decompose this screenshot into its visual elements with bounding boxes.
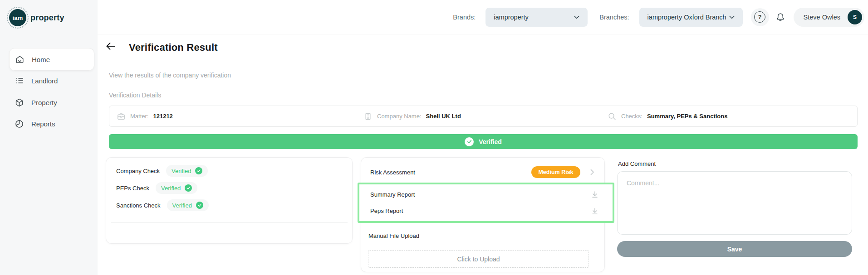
branches-label: Branches: <box>599 14 629 21</box>
manual-file-upload-label: Manual File Upload <box>368 232 419 239</box>
sidebar: iam property Home Landlord Property Repo… <box>0 0 98 275</box>
briefcase-icon <box>117 112 126 121</box>
status-text: Verified <box>161 185 181 192</box>
chevron-down-icon <box>729 15 735 19</box>
reports-card: Risk Assessment Medium Risk Summary Repo… <box>361 157 605 272</box>
status-badge: Verified <box>156 182 197 194</box>
pie-chart-icon <box>15 119 24 129</box>
save-button[interactable]: Save <box>617 241 852 257</box>
checks-value: Summary, PEPs & Sanctions <box>647 113 728 120</box>
user-menu[interactable]: Steve Owles S <box>794 8 864 27</box>
logo-circle-icon: iam <box>9 9 26 26</box>
peps-check-row: PEPs Check Verified <box>116 182 352 194</box>
brands-label: Brands: <box>453 14 476 21</box>
notifications-button[interactable] <box>775 12 785 22</box>
click-to-upload-button[interactable]: Click to Upload <box>368 250 589 268</box>
sidebar-item-label: Property <box>31 99 57 106</box>
brands-dropdown[interactable]: iamproperty <box>485 8 588 27</box>
sidebar-item-reports[interactable]: Reports <box>9 112 94 135</box>
cube-icon <box>15 98 24 107</box>
checks-label: Checks: <box>621 113 642 120</box>
check-label: Company Check <box>116 168 160 174</box>
sanctions-check-row: Sanctions Check Verified <box>116 199 352 211</box>
sidebar-item-landlord[interactable]: Landlord <box>9 69 94 92</box>
banner-label: Verified <box>479 138 502 145</box>
list-icon <box>15 76 24 85</box>
check-circle-icon <box>465 137 474 146</box>
question-icon: ? <box>754 11 765 23</box>
check-label: PEPs Check <box>116 185 149 192</box>
brands-dropdown-value: iamproperty <box>494 14 529 21</box>
verified-status-banner: Verified <box>109 134 858 149</box>
matter-value: 121212 <box>153 113 172 120</box>
iamproperty-logo: iam property <box>9 9 64 26</box>
add-comment-label: Add Comment <box>618 160 656 167</box>
company-label: Company Name: <box>377 113 422 120</box>
avatar: S <box>848 10 862 24</box>
report-label: Summary Report <box>370 191 415 198</box>
matter-detail: Matter: 121212 <box>117 106 173 126</box>
back-button[interactable] <box>106 42 116 50</box>
branches-dropdown[interactable]: iamproperty Oxford Branch <box>639 8 743 27</box>
report-label: Peps Report <box>370 207 403 214</box>
bell-icon <box>775 12 785 22</box>
verification-details-bar: Matter: 121212 Company Name: Shell UK Lt… <box>109 106 858 127</box>
company-check-row: Company Check Verified <box>116 165 352 177</box>
help-button[interactable]: ? <box>751 8 769 26</box>
sidebar-item-property[interactable]: Property <box>9 91 94 114</box>
chevron-right-icon[interactable] <box>590 169 594 175</box>
user-name: Steve Owles <box>804 14 840 21</box>
status-text: Verified <box>172 202 192 209</box>
risk-assessment-row[interactable]: Risk Assessment Medium Risk <box>370 166 594 179</box>
reports-highlight-box: Summary Report Peps Report <box>358 183 614 223</box>
logo-wordmark: property <box>30 13 64 23</box>
sidebar-item-home[interactable]: Home <box>9 48 94 71</box>
divider <box>111 222 348 222</box>
status-text: Verified <box>172 168 191 174</box>
sidebar-item-label: Landlord <box>31 77 58 85</box>
peps-report-row: Peps Report <box>370 207 599 215</box>
chevron-down-icon <box>574 15 579 19</box>
matter-label: Matter: <box>130 113 148 120</box>
download-peps-button[interactable] <box>591 207 599 215</box>
risk-assessment-label: Risk Assessment <box>370 169 415 176</box>
page-subtitle: View the results of the company verifica… <box>109 72 231 79</box>
check-circle-icon <box>185 184 192 192</box>
checks-detail: Checks: Summary, PEPs & Sanctions <box>608 106 727 126</box>
download-summary-button[interactable] <box>591 190 599 198</box>
summary-report-row: Summary Report <box>370 190 599 198</box>
branches-dropdown-value: iamproperty Oxford Branch <box>647 14 726 21</box>
back-arrow-icon <box>106 42 116 50</box>
company-detail: Company Name: Shell UK Ltd <box>363 106 461 126</box>
company-value: Shell UK Ltd <box>426 113 461 120</box>
check-circle-icon <box>196 202 203 209</box>
comment-input[interactable] <box>617 171 852 235</box>
status-badge: Verified <box>166 165 208 177</box>
check-circle-icon <box>195 167 202 174</box>
page-title: Verification Result <box>129 42 218 53</box>
sidebar-item-label: Reports <box>31 120 55 128</box>
checks-card: Company Check Verified PEPs Check Verifi… <box>106 157 353 244</box>
status-badge: Verified <box>167 199 209 211</box>
home-icon <box>15 55 25 64</box>
section-label: Verification Details <box>109 92 161 99</box>
search-icon <box>608 112 617 121</box>
check-label: Sanctions Check <box>116 202 161 209</box>
download-icon <box>591 190 599 198</box>
risk-level-badge: Medium Risk <box>531 166 580 178</box>
building-icon <box>363 112 373 121</box>
sidebar-item-label: Home <box>32 56 50 63</box>
download-icon <box>591 207 599 215</box>
topbar: Brands: iamproperty Branches: iampropert… <box>98 0 868 34</box>
